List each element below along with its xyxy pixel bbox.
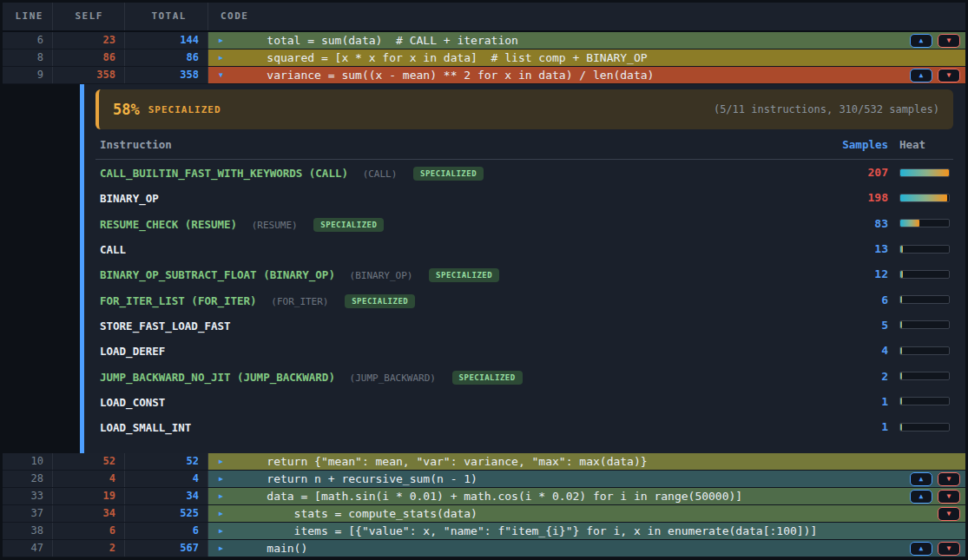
jump-up-button[interactable]: ▲ — [910, 34, 932, 48]
instruction-heat-cell — [888, 397, 953, 405]
instruction-name-cell: FOR_ITER_LIST (FOR_ITER) (FOR_ITER) SPEC… — [95, 292, 810, 308]
jump-up-button[interactable]: ▲ — [910, 69, 932, 82]
expand-triangle-icon[interactable]: ▶ — [219, 493, 229, 500]
instruction-name: JUMP_BACKWARD_NO_JIT (JUMP_BACKWARD) — [100, 371, 335, 384]
instruction-name-cell: LOAD_DEREF — [95, 342, 810, 359]
specialized-badge: SPECIALIZED — [345, 294, 415, 308]
row-nav-buttons: ▲ ▼ — [910, 69, 965, 82]
panel-left-spacer — [3, 84, 80, 453]
specialized-percentage: 58% — [113, 101, 140, 118]
heat-bar — [899, 168, 950, 177]
specialization-panel: 58% SPECIALIZED (5/11 instructions, 310/… — [3, 84, 965, 453]
expand-triangle-icon[interactable]: ▶ — [219, 37, 229, 44]
jump-up-button[interactable]: ▲ — [910, 490, 932, 504]
line-number: 6 — [3, 32, 53, 49]
heat-bar-fill — [900, 347, 902, 354]
instruction-sample-count: 207 — [810, 166, 888, 179]
instruction-base-name: (RESUME) — [252, 220, 298, 231]
col-header-instruction: Instruction — [95, 138, 810, 151]
row-nav-buttons: ▲ ▼ — [910, 542, 965, 556]
specialization-banner: 58% SPECIALIZED (5/11 instructions, 310/… — [95, 89, 953, 129]
instruction-row: CALL 13 — [95, 236, 953, 261]
expand-triangle-icon[interactable]: ▶ — [219, 55, 229, 62]
code-cell: ▶ return n + recursive_sum(n - 1) ▲ ▼ — [208, 471, 965, 487]
code-line-row[interactable]: 10 52 52 ▶ return {"mean": mean, "var": … — [3, 453, 965, 471]
instruction-sample-count: 6 — [810, 293, 888, 306]
row-nav-buttons: ▲ ▼ — [910, 34, 965, 48]
instruction-name-cell: RESUME_CHECK (RESUME) (RESUME) SPECIALIZ… — [95, 215, 810, 232]
jump-down-button[interactable]: ▼ — [938, 507, 960, 521]
code-line-row[interactable]: 9 358 358 ▼ variance = sum((x - mean) **… — [3, 67, 965, 84]
source-code-text: items = [{"value": x, "name": f"item_{i}… — [240, 524, 817, 537]
jump-down-button[interactable]: ▼ — [938, 542, 960, 556]
instruction-heat-cell — [888, 270, 953, 279]
code-line-row[interactable]: 8 86 86 ▶ squared = [x * x for x in data… — [3, 49, 965, 67]
profiler-table-header: LINE SELF TOTAL CODE — [3, 3, 965, 32]
specialized-badge: SPECIALIZED — [413, 167, 484, 181]
instruction-name-cell: BINARY_OP_SUBTRACT_FLOAT (BINARY_OP) (BI… — [95, 266, 810, 282]
line-number: 9 — [3, 67, 53, 83]
code-line-row[interactable]: 47 2 567 ▶ main() ▲ ▼ — [3, 540, 965, 557]
expand-triangle-icon[interactable]: ▶ — [219, 476, 229, 483]
instruction-sample-count: 4 — [810, 344, 888, 357]
col-header-code: CODE — [208, 3, 965, 30]
self-samples: 2 — [53, 540, 125, 557]
expand-triangle-icon[interactable]: ▼ — [219, 72, 229, 79]
instruction-name: BINARY_OP_SUBTRACT_FLOAT (BINARY_OP) — [100, 268, 335, 281]
self-samples: 358 — [53, 67, 125, 83]
instruction-name: LOAD_CONST — [100, 396, 165, 409]
code-cell: ▶ items = [{"value": x, "name": f"item_{… — [208, 523, 965, 539]
specialized-summary: (5/11 instructions, 310/532 samples) — [714, 103, 939, 115]
source-code-text: data = [math.sin(i * 0.01) + math.cos(i … — [240, 490, 742, 503]
instruction-heat-cell — [888, 245, 953, 254]
code-cell: ▶ stats = compute_stats(data) ▲ ▼ — [208, 505, 965, 522]
instruction-sample-count: 2 — [810, 370, 888, 383]
instruction-base-name: (BINARY_OP) — [350, 270, 413, 281]
jump-down-button[interactable]: ▼ — [938, 34, 960, 48]
expand-triangle-icon[interactable]: ▶ — [219, 511, 229, 517]
code-line-row[interactable]: 37 34 525 ▶ stats = compute_stats(data) … — [3, 505, 965, 523]
instruction-name-cell: BINARY_OP — [95, 189, 810, 206]
expand-triangle-icon[interactable]: ▶ — [219, 545, 229, 552]
heat-bar-fill — [900, 194, 947, 201]
jump-down-button[interactable]: ▼ — [938, 490, 960, 504]
code-line-row[interactable]: 28 4 4 ▶ return n + recursive_sum(n - 1)… — [3, 471, 965, 488]
heat-bar-fill — [900, 271, 903, 278]
expand-triangle-icon[interactable]: ▶ — [219, 528, 229, 535]
jump-up-button[interactable]: ▲ — [910, 542, 932, 556]
expand-triangle-icon[interactable]: ▶ — [219, 458, 229, 465]
row-nav-buttons: ▲ ▼ — [938, 507, 965, 521]
instruction-row: LOAD_CONST 1 — [95, 389, 953, 414]
jump-down-button[interactable]: ▼ — [938, 69, 960, 82]
instruction-row: STORE_FAST_LOAD_FAST 5 — [95, 313, 953, 338]
instruction-row: FOR_ITER_LIST (FOR_ITER) (FOR_ITER) SPEC… — [95, 287, 953, 312]
col-header-self[interactable]: SELF — [53, 3, 125, 30]
instruction-base-name: (FOR_ITER) — [271, 296, 328, 307]
instruction-sample-count: 1 — [810, 395, 888, 408]
instruction-heat-cell — [888, 168, 953, 177]
code-line-row[interactable]: 6 23 144 ▶ total = sum(data) # CALL + it… — [3, 32, 965, 49]
col-header-line[interactable]: LINE — [3, 3, 53, 30]
instruction-row: JUMP_BACKWARD_NO_JIT (JUMP_BACKWARD) (JU… — [95, 363, 953, 388]
heat-bar — [899, 346, 950, 355]
col-header-total[interactable]: TOTAL — [125, 3, 208, 30]
specialized-badge: SPECIALIZED — [452, 371, 523, 385]
code-line-row[interactable]: 33 19 34 ▶ data = [math.sin(i * 0.01) + … — [3, 488, 965, 505]
source-code-text: squared = [x * x for x in data] # list c… — [240, 51, 648, 64]
self-samples: 86 — [53, 49, 125, 66]
code-line-row[interactable]: 38 6 6 ▶ items = [{"value": x, "name": f… — [3, 523, 965, 540]
heat-bar — [899, 397, 950, 405]
self-samples: 4 — [53, 471, 125, 487]
jump-down-button[interactable]: ▼ — [938, 472, 960, 486]
heat-bar — [899, 320, 950, 329]
row-nav-buttons: ▲ ▼ — [910, 472, 965, 486]
line-number: 37 — [3, 505, 53, 522]
line-number: 38 — [3, 523, 53, 539]
col-header-samples[interactable]: Samples — [810, 138, 888, 151]
source-code-text: return {"mean": mean, "var": variance, "… — [240, 455, 648, 468]
instruction-sample-count: 198 — [810, 191, 888, 204]
heat-bar-fill — [900, 169, 949, 176]
jump-up-button[interactable]: ▲ — [910, 472, 932, 486]
code-cell: ▼ variance = sum((x - mean) ** 2 for x i… — [208, 67, 965, 83]
instruction-heat-cell — [888, 372, 953, 380]
